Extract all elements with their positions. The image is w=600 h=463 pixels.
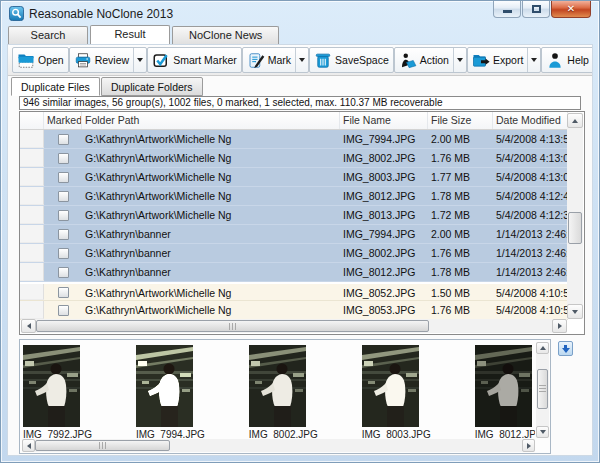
scroll-down-button[interactable]	[567, 304, 583, 319]
horizontal-scroll-thumb[interactable]	[35, 440, 170, 451]
toolbar-group-smart-marker: Smart Marker	[147, 47, 242, 73]
column-header-marked[interactable]: Marked	[44, 112, 82, 129]
open-button[interactable]: Open	[13, 48, 68, 72]
thumbnail-item[interactable]: IMG_8012.JPG	[475, 345, 535, 441]
scroll-left-button[interactable]	[21, 319, 36, 333]
window-controls: ✕	[492, 1, 591, 18]
table-row[interactable]: G:\Kathryn\Artwork\Michelle Ng IMG_8002.…	[20, 149, 568, 168]
maximize-button[interactable]	[522, 1, 550, 18]
group-indicator-cell	[20, 244, 44, 262]
savespace-button[interactable]: SaveSpace	[310, 48, 393, 72]
title-bar: Reasonable NoClone 2013 ✕	[1, 1, 599, 27]
vertical-scroll-thumb[interactable]	[568, 212, 582, 244]
duplicates-table: MarkedFolder PathFile NameFile SizeDate …	[19, 111, 585, 335]
mark-button[interactable]: Mark	[243, 48, 295, 72]
action-button[interactable]: Action	[395, 48, 453, 72]
minimize-button[interactable]	[493, 1, 521, 18]
table-row[interactable]: G:\Kathryn\Artwork\Michelle Ng IMG_8052.…	[20, 282, 568, 301]
review-dropdown-button[interactable]	[133, 48, 146, 72]
marked-checkbox[interactable]	[58, 210, 69, 221]
toolbar-group-action: Action	[394, 47, 467, 73]
marked-checkbox[interactable]	[58, 305, 69, 316]
thumbnail-item[interactable]: IMG_8003.JPG	[362, 345, 431, 441]
mark-dropdown-button[interactable]	[295, 48, 308, 72]
tab-search[interactable]: Search	[8, 26, 88, 44]
toolbar-button-label: Review	[95, 54, 129, 66]
marked-cell	[44, 130, 82, 148]
main-panel: OpenReviewSmart MarkerMarkSaveSpaceActio…	[7, 44, 593, 456]
scroll-right-button[interactable]	[552, 319, 567, 333]
marked-cell	[44, 149, 82, 167]
marked-checkbox[interactable]	[58, 191, 69, 202]
thumbnail-horizontal-scrollbar[interactable]	[22, 439, 535, 452]
export-dropdown-button[interactable]	[527, 48, 540, 72]
marked-cell	[44, 263, 82, 281]
column-header-file-name[interactable]: File Name	[340, 112, 428, 129]
file-size-cell: 2.00 MB	[428, 225, 493, 243]
marked-checkbox[interactable]	[58, 172, 69, 183]
table-row[interactable]: G:\Kathryn\Artwork\Michelle Ng IMG_8053.…	[20, 301, 568, 320]
folder-path-cell: G:\Kathryn\Artwork\Michelle Ng	[82, 284, 340, 300]
thumbnail-nav-button[interactable]	[558, 341, 573, 356]
column-header-file-size[interactable]: File Size	[428, 112, 493, 129]
thumbnail-item[interactable]: IMG_7994.JPG	[136, 345, 205, 441]
scroll-left-button[interactable]	[22, 439, 35, 452]
window-title: Reasonable NoClone 2013	[29, 7, 173, 21]
table-row[interactable]: G:\Kathryn\banner IMG_8002.JPG 1.76 MB 1…	[20, 244, 568, 263]
toolbar-group-help: Help	[541, 47, 592, 73]
close-button[interactable]: ✕	[551, 1, 591, 18]
table-row[interactable]: G:\Kathryn\Artwork\Michelle Ng IMG_8012.…	[20, 187, 568, 206]
tab-noclone-news[interactable]: NoClone News	[172, 26, 279, 44]
thumbnail-item[interactable]: IMG_8002.JPG	[249, 345, 318, 441]
marked-cell	[44, 284, 82, 300]
table-vertical-scrollbar[interactable]	[567, 113, 583, 319]
folder-path-cell: G:\Kathryn\Artwork\Michelle Ng	[82, 206, 340, 224]
marked-checkbox[interactable]	[58, 248, 69, 259]
tab-result[interactable]: Result	[90, 25, 170, 44]
check-box-icon	[152, 52, 170, 69]
toolbar-button-label: Mark	[268, 54, 291, 66]
table-row[interactable]: G:\Kathryn\Artwork\Michelle Ng IMG_7994.…	[20, 130, 568, 149]
marked-checkbox[interactable]	[58, 229, 69, 240]
file-name-cell: IMG_8052.JPG	[340, 284, 428, 300]
thumbnail-vertical-scrollbar[interactable]	[536, 342, 549, 438]
scroll-down-button[interactable]	[536, 426, 549, 438]
scroll-right-button[interactable]	[522, 439, 535, 452]
file-name-cell: IMG_7994.JPG	[340, 130, 428, 148]
scroll-up-button[interactable]	[567, 113, 583, 128]
tab-duplicate-folders[interactable]: Duplicate Folders	[101, 77, 203, 96]
folder-path-cell: G:\Kathryn\banner	[82, 225, 340, 243]
marked-checkbox[interactable]	[58, 134, 69, 145]
marked-checkbox[interactable]	[58, 287, 69, 298]
thumbnail-item[interactable]: IMG_7992.JPG	[23, 345, 92, 441]
marked-checkbox[interactable]	[58, 153, 69, 164]
review-button[interactable]: Review	[70, 48, 133, 72]
column-header-folder-path[interactable]: Folder Path	[82, 112, 340, 129]
blue-down-arrow-icon	[562, 348, 570, 353]
date-modified-cell: 5/4/2008 4:10:5...	[493, 284, 568, 300]
marked-cell	[44, 168, 82, 186]
help-button[interactable]: Help	[542, 48, 592, 72]
column-header-indicator[interactable]	[20, 112, 44, 129]
tab-duplicate-files[interactable]: Duplicate Files	[11, 77, 100, 96]
column-header-date-modified[interactable]: Date Modified	[493, 112, 568, 129]
table-horizontal-scrollbar[interactable]	[21, 319, 567, 333]
export-button[interactable]: Export	[468, 48, 527, 72]
scroll-up-button[interactable]	[536, 342, 549, 354]
marked-checkbox[interactable]	[58, 267, 69, 278]
toolbar: OpenReviewSmart MarkerMarkSaveSpaceActio…	[8, 45, 592, 76]
vertical-scroll-thumb[interactable]	[537, 369, 548, 409]
horizontal-scroll-thumb[interactable]	[36, 320, 429, 332]
smart-marker-button[interactable]: Smart Marker	[148, 48, 241, 72]
scroll-grip-icon	[539, 385, 546, 393]
file-name-cell: IMG_8012.JPG	[340, 263, 428, 281]
close-icon: ✕	[567, 4, 575, 14]
scroll-up-icon	[572, 119, 578, 123]
scroll-right-icon	[527, 443, 531, 449]
table-row[interactable]: G:\Kathryn\Artwork\Michelle Ng IMG_8013.…	[20, 206, 568, 225]
action-dropdown-button[interactable]	[453, 48, 466, 72]
date-modified-cell: 1/14/2013 2:46:...	[493, 263, 568, 281]
table-row[interactable]: G:\Kathryn\Artwork\Michelle Ng IMG_8003.…	[20, 168, 568, 187]
table-row[interactable]: G:\Kathryn\banner IMG_7994.JPG 2.00 MB 1…	[20, 225, 568, 244]
table-row[interactable]: G:\Kathryn\banner IMG_8012.JPG 1.78 MB 1…	[20, 263, 568, 282]
